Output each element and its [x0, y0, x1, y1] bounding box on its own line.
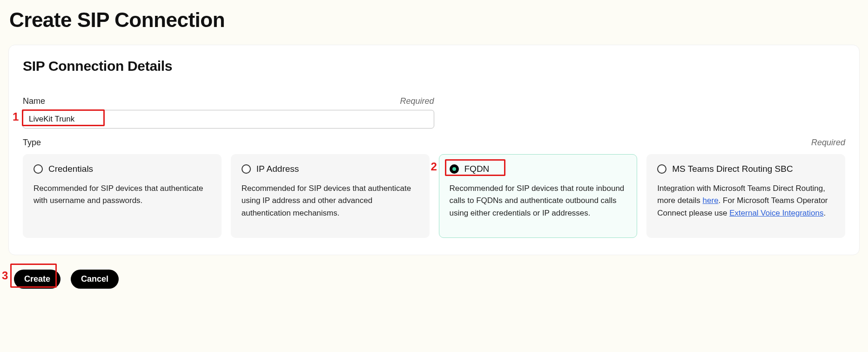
radio-ms-teams[interactable]	[657, 164, 666, 174]
type-field-block: Type Required Credentials Recommended fo…	[23, 138, 845, 238]
type-option-fqdn[interactable]: FQDN Recommended for SIP devices that ro…	[439, 154, 638, 238]
name-required: Required	[400, 96, 434, 106]
name-field-block: Name Required 1	[23, 96, 434, 129]
type-required: Required	[811, 138, 845, 148]
ms-teams-external-voice-link[interactable]: External Voice Integrations	[729, 209, 823, 217]
annotation-number-2: 2	[431, 160, 437, 173]
annotation-number-1: 1	[13, 110, 19, 123]
cancel-button[interactable]: Cancel	[71, 270, 119, 289]
type-option-ms-teams[interactable]: MS Teams Direct Routing SBC Integration …	[646, 154, 845, 238]
radio-fqdn[interactable]	[450, 164, 459, 174]
type-option-title: MS Teams Direct Routing SBC	[672, 164, 793, 174]
type-option-ip-address[interactable]: IP Address Recommended for SIP devices t…	[231, 154, 430, 238]
ms-teams-here-link[interactable]: here	[703, 196, 719, 205]
type-option-desc: Recommended for SIP devices that route i…	[450, 183, 627, 219]
type-label: Type	[23, 138, 41, 148]
type-options-grid: Credentials Recommended for SIP devices …	[23, 154, 845, 238]
type-option-desc: Recommended for SIP devices that authent…	[242, 183, 419, 219]
ms-teams-desc-post: .	[823, 209, 826, 217]
form-actions: Create Cancel 3	[14, 266, 860, 291]
section-title: SIP Connection Details	[23, 58, 845, 74]
create-button[interactable]: Create	[14, 270, 61, 289]
type-option-desc: Integration with Microsoft Teams Direct …	[657, 183, 834, 219]
page-title: Create SIP Connection	[9, 8, 860, 32]
radio-ip-address[interactable]	[242, 164, 251, 174]
radio-credentials[interactable]	[34, 164, 43, 174]
annotation-number-3: 3	[2, 269, 8, 282]
type-option-title: Credentials	[48, 164, 93, 174]
name-input[interactable]	[23, 110, 434, 129]
name-label: Name	[23, 96, 45, 106]
type-option-title: FQDN	[464, 164, 490, 174]
type-option-desc: Recommended for SIP devices that authent…	[34, 183, 211, 207]
details-card: SIP Connection Details Name Required 1 T…	[8, 45, 860, 255]
type-option-title: IP Address	[256, 164, 299, 174]
type-option-credentials[interactable]: Credentials Recommended for SIP devices …	[23, 154, 222, 238]
